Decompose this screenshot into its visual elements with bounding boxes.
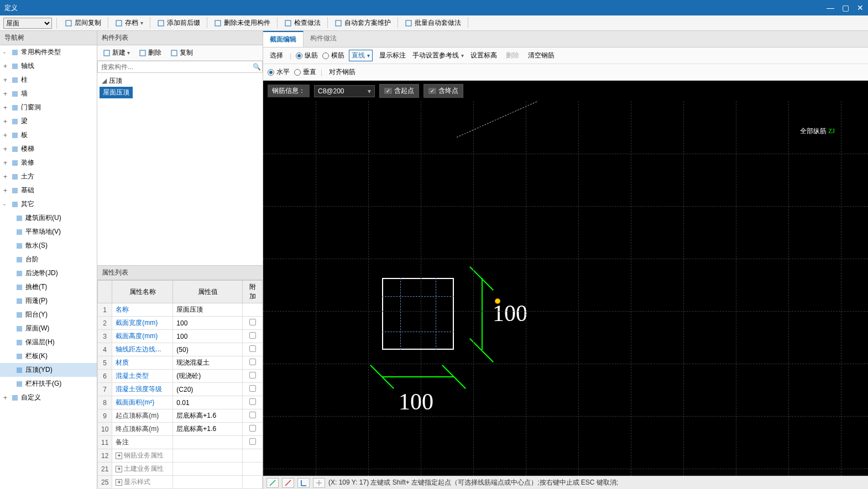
attach-checkbox[interactable] — [249, 398, 256, 405]
expand-icon[interactable]: + — [116, 453, 122, 459]
expand-toggle-icon[interactable]: + — [3, 76, 9, 84]
attach-checkbox[interactable] — [249, 359, 256, 365]
nav-item[interactable]: 后浇带(JD) — [0, 266, 97, 280]
expand-toggle-icon[interactable]: + — [3, 132, 9, 139]
component-tree-item[interactable]: ◢ 压顶 — [100, 75, 260, 87]
line-type-combo[interactable]: 直线 — [349, 50, 373, 61]
toolbar-copy-between-floors[interactable]: 层间复制 — [61, 17, 104, 29]
nav-item[interactable]: +墙 — [0, 87, 97, 101]
attach-checkbox[interactable] — [249, 345, 256, 352]
nav-item[interactable]: 保温层(H) — [0, 335, 97, 349]
close-icon[interactable]: ✕ — [857, 3, 864, 12]
maximize-icon[interactable]: ▢ — [842, 3, 849, 12]
include-start-checkbox[interactable]: 含起点 — [379, 84, 419, 98]
rebar-info-input[interactable]: C8@200 — [314, 85, 375, 97]
property-row[interactable]: 5材质现浇混凝土 — [98, 356, 263, 370]
toolbar-batch-auto[interactable]: 批量自动套做法 — [401, 17, 464, 29]
status-tool-4[interactable] — [313, 478, 325, 488]
expand-toggle-icon[interactable]: + — [3, 159, 9, 167]
component-new-button[interactable]: 新建 ▾ — [101, 47, 132, 59]
search-icon[interactable]: 🔍 — [251, 63, 262, 71]
expand-toggle-icon[interactable]: + — [3, 90, 9, 98]
nav-item[interactable]: 栏板(K) — [0, 349, 97, 363]
nav-item[interactable]: 建筑面积(U) — [0, 211, 97, 225]
toolbar-delete-unused[interactable]: 删除未使用构件 — [211, 17, 274, 29]
attach-checkbox[interactable] — [249, 372, 256, 378]
property-row[interactable]: 4轴线距左边线...(50) — [98, 343, 263, 356]
nav-item[interactable]: +门窗洞 — [0, 101, 97, 114]
show-dimension-button[interactable]: 显示标注 — [377, 50, 408, 61]
nav-item[interactable]: 雨蓬(P) — [0, 294, 97, 308]
expand-toggle-icon[interactable]: + — [3, 394, 9, 402]
nav-item[interactable]: 压顶(YD) — [0, 363, 97, 377]
property-row[interactable]: 7混凝土强度等级(C20) — [98, 383, 263, 396]
manual-reference-button[interactable]: 手动设置参考线 — [412, 51, 464, 60]
nav-item[interactable]: 栏杆扶手(G) — [0, 377, 97, 391]
attach-checkbox[interactable] — [249, 438, 256, 445]
property-row[interactable]: 9起点顶标高(m)层底标高+1.6 — [98, 409, 263, 423]
nav-item[interactable]: +装修 — [0, 156, 97, 170]
section-canvas[interactable]: 全部纵筋 ZJ 100 100 — [263, 101, 868, 476]
search-input[interactable] — [98, 61, 251, 72]
expand-toggle-icon[interactable]: + — [3, 187, 9, 194]
property-row[interactable]: 8截面面积(m²)0.01 — [98, 396, 263, 409]
nav-item[interactable]: 台阶 — [0, 253, 97, 266]
editor-tab[interactable]: 截面编辑 — [263, 31, 304, 47]
expand-toggle-icon[interactable]: + — [3, 104, 9, 112]
floor-select[interactable]: 屋面 — [3, 18, 52, 29]
component-delete-button[interactable]: 删除 — [137, 47, 164, 59]
nav-item[interactable]: 散水(S) — [0, 239, 97, 253]
toolbar-check-method[interactable]: 检查做法 — [281, 17, 324, 29]
nav-item[interactable]: 平整场地(V) — [0, 225, 97, 239]
align-rebar-button[interactable]: 对齐钢筋 — [327, 66, 358, 78]
radio-horizontal-rebar[interactable]: 横筋 — [322, 51, 344, 60]
property-row[interactable]: 1名称屋面压顶 — [98, 303, 263, 317]
toolbar-prefix-suffix[interactable]: 添加前后缀 — [154, 17, 203, 29]
toolbar-archive[interactable]: 存档 ▾ — [112, 17, 147, 29]
expand-toggle-icon[interactable]: - — [3, 49, 9, 56]
radio-vertical[interactable]: 垂直 — [294, 67, 316, 77]
radio-horizontal[interactable]: 水平 — [268, 67, 290, 77]
property-row[interactable]: 21+土建业务属性 — [98, 462, 263, 476]
select-tool[interactable]: 选择 — [268, 50, 285, 61]
nav-item[interactable]: +土方 — [0, 170, 97, 183]
property-row[interactable]: 12+钢筋业务属性 — [98, 449, 263, 462]
status-tool-3[interactable] — [297, 478, 310, 488]
nav-item[interactable]: 挑檐(T) — [0, 280, 97, 294]
expand-toggle-icon[interactable]: + — [3, 62, 9, 70]
expand-toggle-icon[interactable]: + — [3, 173, 9, 181]
editor-tab[interactable]: 构件做法 — [304, 31, 343, 47]
minimize-icon[interactable]: — — [827, 3, 834, 12]
expand-toggle-icon[interactable]: + — [3, 118, 9, 125]
attach-checkbox[interactable] — [249, 332, 256, 339]
delete-button[interactable]: 删除 — [504, 50, 521, 61]
include-end-checkbox[interactable]: 含终点 — [423, 84, 463, 98]
expand-toggle-icon[interactable]: - — [3, 201, 9, 208]
nav-item[interactable]: +梁 — [0, 114, 97, 128]
component-tree-item[interactable]: 屋面压顶 — [100, 87, 133, 98]
status-tool-2[interactable] — [282, 478, 294, 488]
nav-item[interactable]: +基础 — [0, 183, 97, 197]
expand-icon[interactable]: + — [116, 466, 122, 472]
toolbar-auto-scheme[interactable]: 自动套方案维护 — [331, 17, 394, 29]
property-row[interactable]: 25+显示样式 — [98, 476, 263, 489]
expand-toggle-icon[interactable]: + — [3, 145, 9, 153]
property-row[interactable]: 2截面宽度(mm)100 — [98, 317, 263, 330]
expand-icon[interactable]: + — [116, 479, 122, 486]
nav-item[interactable]: 阳台(Y) — [0, 308, 97, 322]
nav-item[interactable]: -其它 — [0, 197, 97, 211]
set-elevation-button[interactable]: 设置标高 — [468, 50, 499, 61]
component-copy-button[interactable]: 复制 — [168, 47, 195, 59]
nav-item[interactable]: +柱 — [0, 73, 97, 87]
clear-rebar-button[interactable]: 清空钢筋 — [526, 50, 557, 61]
attach-checkbox[interactable] — [249, 412, 256, 418]
radio-vertical-rebar[interactable]: 纵筋 — [296, 51, 318, 60]
nav-item[interactable]: +轴线 — [0, 59, 97, 73]
nav-item[interactable]: +楼梯 — [0, 142, 97, 156]
nav-item[interactable]: +自定义 — [0, 391, 97, 404]
property-row[interactable]: 6混凝土类型(现浇砼) — [98, 370, 263, 383]
property-row[interactable]: 11备注 — [98, 436, 263, 449]
attach-checkbox[interactable] — [249, 319, 256, 325]
nav-item[interactable]: +板 — [0, 128, 97, 142]
attach-checkbox[interactable] — [249, 425, 256, 432]
